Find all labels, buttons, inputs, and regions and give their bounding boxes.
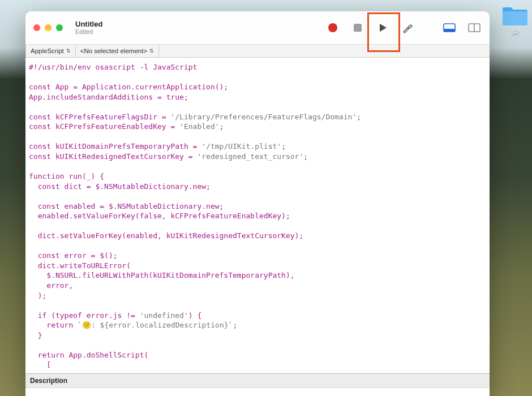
language-label: AppleScript — [31, 48, 64, 54]
code-content: #!/usr/bin/env osascript -l JavaScript c… — [29, 62, 490, 370]
stop-icon — [354, 24, 362, 32]
zoom-button[interactable] — [56, 24, 63, 31]
toolbar — [325, 11, 482, 44]
window-controls — [33, 24, 63, 31]
titlebar: Untitled Edited — [25, 11, 490, 45]
minimize-button[interactable] — [45, 24, 52, 31]
panel-bottom-icon — [443, 23, 456, 32]
play-icon — [378, 23, 387, 32]
window-title: Untitled — [75, 20, 102, 28]
stop-button[interactable] — [350, 20, 365, 35]
element-label: <No selected element> — [80, 48, 147, 54]
svg-rect-1 — [444, 29, 455, 32]
script-editor-window: Untitled Edited — [25, 11, 490, 396]
window-subtitle: Edited — [75, 28, 102, 35]
language-selector[interactable]: AppleScript ⇅ — [25, 45, 76, 57]
desktop-folder[interactable]: JR — [498, 6, 532, 36]
show-bottom-panel-button[interactable] — [442, 20, 457, 35]
show-side-panel-button[interactable] — [467, 20, 482, 35]
description-panel: Description — [25, 373, 490, 396]
close-button[interactable] — [33, 24, 40, 31]
hammer-icon — [402, 22, 413, 33]
description-body[interactable] — [25, 388, 490, 396]
description-header: Description — [25, 374, 490, 388]
navigation-bar: AppleScript ⇅ <No selected element> ⇅ — [25, 45, 490, 58]
element-selector[interactable]: <No selected element> ⇅ — [76, 45, 159, 57]
code-editor[interactable]: #!/usr/bin/env osascript -l JavaScript c… — [25, 58, 490, 373]
run-button[interactable] — [375, 20, 390, 35]
panel-side-icon — [468, 23, 480, 32]
record-button[interactable] — [325, 20, 340, 35]
folder-icon — [501, 6, 529, 27]
desktop-folder-label: JR — [509, 28, 521, 36]
chevron-updown-icon: ⇅ — [149, 49, 154, 54]
compile-button[interactable] — [400, 20, 415, 35]
record-icon — [328, 23, 337, 32]
title-block: Untitled Edited — [75, 20, 102, 35]
chevron-updown-icon: ⇅ — [66, 49, 71, 54]
